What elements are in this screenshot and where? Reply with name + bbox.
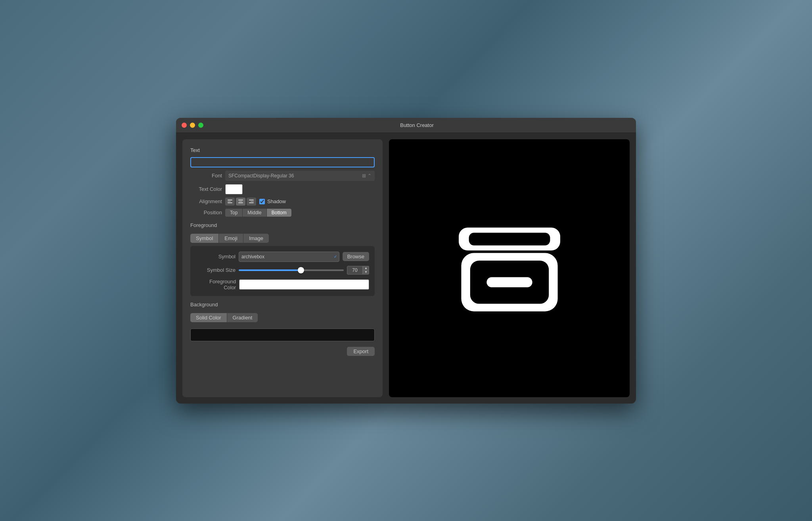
stepper-up-button[interactable]: ▲ (363, 266, 369, 270)
background-label: Background (190, 302, 375, 308)
align-line (238, 200, 243, 200)
text-input[interactable] (190, 157, 375, 167)
background-section: Background Solid Color Gradient (190, 302, 375, 341)
text-section-label: Text (190, 147, 375, 153)
foreground-section: Foreground Symbol Emoji Image Symbol arc… (190, 222, 375, 296)
font-field[interactable]: SFCompactDisplay-Regular 36 ⊞ ⌃ (225, 171, 375, 181)
font-icons: ⊞ ⌃ (362, 173, 372, 179)
maximize-button[interactable] (198, 123, 203, 128)
foreground-inner: Symbol archivebox ✓ Browse Symbol Size (190, 246, 375, 296)
alignment-row: Alignment (190, 198, 375, 206)
tab-image[interactable]: Image (243, 234, 269, 243)
align-line (239, 201, 242, 202)
number-input-wrapper: ▲ ▼ (347, 266, 369, 275)
window-title: Button Creator (203, 122, 630, 128)
symbol-size-row: Symbol Size ▲ ▼ (196, 266, 369, 275)
align-center-button[interactable] (236, 198, 245, 206)
shadow-checkbox[interactable] (259, 199, 265, 204)
align-right-button[interactable] (247, 198, 256, 206)
align-line (228, 202, 232, 203)
app-window: Button Creator Text Font SFCompactDispla… (176, 118, 636, 404)
content-area: Text Font SFCompactDisplay-Regular 36 ⊞ … (176, 133, 636, 404)
font-label: Font (190, 173, 222, 179)
symbol-size-input[interactable] (347, 266, 363, 275)
align-left-icon (227, 199, 233, 204)
background-tab-group: Solid Color Gradient (190, 313, 375, 322)
symbol-select-wrapper: archivebox ✓ (239, 252, 339, 262)
tab-symbol[interactable]: Symbol (190, 234, 218, 243)
foreground-color-label: Foreground Color (196, 279, 236, 290)
symbol-size-label: Symbol Size (196, 267, 236, 273)
number-stepper: ▲ ▼ (363, 266, 369, 275)
align-line (249, 202, 254, 203)
titlebar: Button Creator (176, 118, 636, 133)
align-line (249, 200, 254, 200)
align-center-icon (237, 199, 244, 204)
position-row: Position Top Middle Bottom (190, 209, 375, 217)
archive-icon (446, 205, 573, 332)
foreground-label: Foreground (190, 222, 375, 228)
foreground-color-row: Foreground Color (196, 279, 369, 290)
left-panel: Text Font SFCompactDisplay-Regular 36 ⊞ … (182, 139, 383, 397)
browse-button[interactable]: Browse (343, 252, 369, 261)
shadow-row: Shadow (259, 198, 286, 204)
stepper-down-button[interactable]: ▼ (363, 270, 369, 275)
font-row: Font SFCompactDisplay-Regular 36 ⊞ ⌃ (190, 171, 375, 181)
shadow-label: Shadow (267, 198, 286, 204)
preview-panel (389, 139, 630, 397)
align-line (228, 200, 232, 200)
traffic-lights (182, 123, 203, 128)
font-icon-1: ⊞ (362, 173, 366, 179)
position-middle-button[interactable]: Middle (243, 209, 266, 217)
export-row: Export (190, 347, 375, 356)
font-icon-2: ⌃ (368, 173, 372, 179)
align-line (228, 201, 231, 202)
symbol-row: Symbol archivebox ✓ Browse (196, 252, 369, 262)
text-section: Text Font SFCompactDisplay-Regular 36 ⊞ … (190, 147, 375, 217)
archive-icon-container (389, 139, 630, 397)
symbol-size-slider[interactable] (239, 269, 344, 271)
svg-rect-2 (469, 233, 550, 245)
align-right-icon (248, 199, 255, 204)
close-button[interactable] (182, 123, 187, 128)
alignment-buttons (225, 198, 256, 206)
tab-emoji[interactable]: Emoji (219, 234, 243, 243)
background-color-bar[interactable] (190, 329, 375, 341)
symbol-select[interactable]: archivebox (239, 252, 339, 262)
position-bottom-button[interactable]: Bottom (267, 209, 291, 217)
text-color-row: Text Color (190, 184, 375, 194)
align-left-button[interactable] (225, 198, 235, 206)
tab-solid-color[interactable]: Solid Color (190, 313, 227, 322)
export-button[interactable]: Export (347, 347, 375, 356)
foreground-tab-group: Symbol Emoji Image (190, 234, 375, 243)
text-color-label: Text Color (190, 186, 222, 192)
font-value: SFCompactDisplay-Regular 36 (228, 173, 362, 179)
svg-rect-4 (486, 277, 532, 287)
position-segment-group: Top Middle Bottom (225, 209, 291, 217)
text-color-swatch[interactable] (225, 184, 243, 194)
alignment-label: Alignment (190, 198, 222, 204)
minimize-button[interactable] (190, 123, 195, 128)
align-line (238, 202, 243, 203)
align-line (251, 201, 254, 202)
position-top-button[interactable]: Top (225, 209, 242, 217)
position-label: Position (190, 210, 222, 215)
symbol-label: Symbol (196, 254, 236, 260)
foreground-color-swatch[interactable] (239, 279, 369, 290)
tab-gradient[interactable]: Gradient (227, 313, 258, 322)
